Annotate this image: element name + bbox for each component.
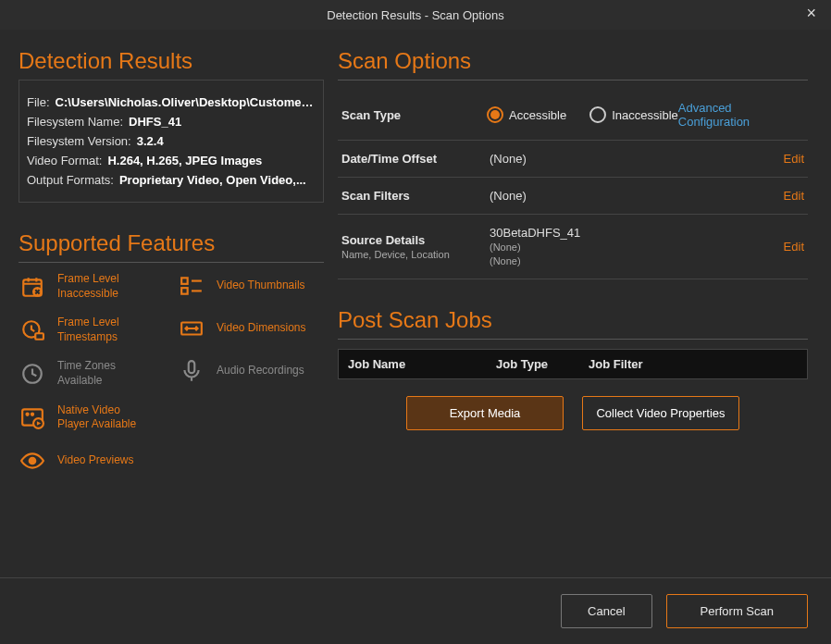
source-details-value: 30BetaDHFS_41 (None) (None) xyxy=(490,226,784,267)
radio-dot-icon xyxy=(589,106,606,123)
divider xyxy=(338,339,808,340)
feature-frame-timestamps: Frame Level Timestamps xyxy=(19,316,150,344)
edit-source-button[interactable]: Edit xyxy=(784,240,804,254)
feature-native-player: Native Video Player Available xyxy=(19,403,150,432)
svg-rect-11 xyxy=(181,288,188,294)
perform-scan-button[interactable]: Perform Scan xyxy=(666,594,808,628)
fsname-value: DHFS_41 xyxy=(129,115,181,129)
feature-video-dimensions: Video Dimensions xyxy=(178,315,306,342)
edit-datetime-button[interactable]: Edit xyxy=(784,152,804,166)
divider xyxy=(338,80,808,80)
radio-dot-icon xyxy=(487,106,503,123)
source-details-row: Source Details Name, Device, Location 30… xyxy=(338,215,808,279)
feature-video-thumbnails: Video Thumbnails xyxy=(178,272,306,300)
scan-filters-row: Scan Filters (None) Edit xyxy=(338,178,808,215)
col-job-filter: Job Filter xyxy=(589,357,798,371)
scan-filters-value: (None) xyxy=(490,189,784,203)
export-media-button[interactable]: Export Media xyxy=(406,396,564,430)
scan-options-heading: Scan Options xyxy=(338,48,808,74)
clock-tag-icon xyxy=(19,316,46,344)
fsver-label: Filesystem Version: xyxy=(27,134,131,148)
scan-filters-label: Scan Filters xyxy=(341,189,490,203)
clock-icon xyxy=(19,360,46,388)
features-grid: Frame Level Inaccessible Frame Level Tim… xyxy=(19,272,324,475)
col-job-type: Job Type xyxy=(496,357,589,371)
vfmt-value: H.264, H.265, JPEG Images xyxy=(107,154,262,167)
radio-inaccessible[interactable]: Inaccessible xyxy=(589,106,678,123)
svg-point-9 xyxy=(30,458,36,464)
right-panel: Scan Options Scan Type Accessible Inacce… xyxy=(324,30,831,577)
scan-type-row: Scan Type Accessible Inaccessible Advanc… xyxy=(338,90,808,141)
close-icon[interactable]: × xyxy=(799,4,824,23)
feature-audio-recordings: Audio Recordings xyxy=(178,357,306,385)
player-icon xyxy=(19,403,46,431)
fsname-label: Filesystem Name: xyxy=(27,115,123,129)
svg-rect-13 xyxy=(189,361,195,373)
feature-video-previews: Video Previews xyxy=(19,447,150,475)
calendar-x-icon xyxy=(19,273,46,301)
window-title: Detection Results - Scan Options xyxy=(327,8,503,22)
edit-filters-button[interactable]: Edit xyxy=(784,189,804,203)
collect-video-properties-button[interactable]: Collect Video Properties xyxy=(582,396,739,430)
feature-frame-inaccessible: Frame Level Inaccessible xyxy=(19,272,150,301)
detection-results-heading: Detection Results xyxy=(19,48,324,74)
divider xyxy=(19,262,324,263)
ofmt-label: Output Formats: xyxy=(27,173,114,187)
datetime-offset-row: Date/Time Offset (None) Edit xyxy=(338,141,808,178)
dimensions-icon xyxy=(178,315,205,342)
svg-rect-10 xyxy=(181,278,188,284)
file-label: File: xyxy=(27,95,50,109)
svg-point-6 xyxy=(27,414,29,415)
datetime-offset-label: Date/Time Offset xyxy=(341,152,490,166)
source-details-label: Source Details Name, Device, Location xyxy=(341,233,490,261)
footer-bar: Cancel Perform Scan xyxy=(0,577,831,644)
ofmt-value: Proprietary Video, Open Video,... xyxy=(119,173,306,187)
microphone-icon xyxy=(178,357,205,385)
list-icon xyxy=(178,272,205,300)
detection-details: File:C:\Users\Nicholas.Oliver\Desktop\Cu… xyxy=(19,80,324,203)
jobs-table: Job Name Job Type Job Filter xyxy=(338,349,808,379)
cancel-button[interactable]: Cancel xyxy=(561,594,651,628)
file-value: C:\Users\Nicholas.Oliver\Desktop\Custome… xyxy=(56,95,316,109)
col-job-name: Job Name xyxy=(348,357,496,371)
eye-icon xyxy=(19,447,46,475)
scan-type-label: Scan Type xyxy=(341,108,487,122)
post-scan-jobs-heading: Post Scan Jobs xyxy=(338,307,808,333)
left-panel: Detection Results File:C:\Users\Nicholas… xyxy=(0,30,324,577)
datetime-offset-value: (None) xyxy=(490,152,784,166)
advanced-configuration-link[interactable]: Advanced Configuration xyxy=(678,101,804,129)
feature-timezones: Time Zones Available xyxy=(19,359,150,388)
svg-rect-3 xyxy=(35,333,43,340)
radio-accessible[interactable]: Accessible xyxy=(487,106,566,123)
vfmt-label: Video Format: xyxy=(27,154,102,167)
title-bar: Detection Results - Scan Options × xyxy=(0,0,831,30)
supported-features-heading: Supported Features xyxy=(19,230,324,256)
svg-point-7 xyxy=(31,414,33,415)
jobs-table-header: Job Name Job Type Job Filter xyxy=(339,350,807,378)
fsver-value: 3.2.4 xyxy=(137,134,164,148)
